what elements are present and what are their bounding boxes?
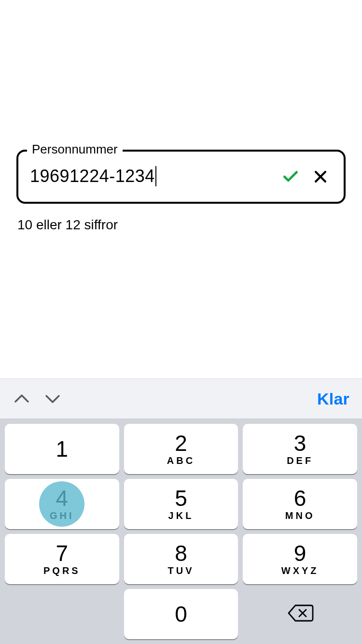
key-digit: 3 xyxy=(294,432,306,454)
key-4[interactable]: 4GHI xyxy=(5,479,119,529)
personnummer-field-wrap: Personnummer 19691224-1234 xyxy=(16,150,346,204)
key-digit: 7 xyxy=(56,542,69,564)
clear-input-button[interactable] xyxy=(309,165,332,188)
keyboard-accessory-bar: Klar xyxy=(0,378,362,419)
key-letters: DEF xyxy=(287,455,313,466)
key-letters: WXYZ xyxy=(281,565,319,576)
personnummer-input[interactable]: 19691224-1234 xyxy=(30,166,272,187)
keyboard-done-button[interactable]: Klar xyxy=(317,390,349,408)
numeric-keyboard: Klar 12ABC3DEF4GHI5JKL6MNO7PQRS8TUV9WXYZ… xyxy=(0,378,362,644)
key-5[interactable]: 5JKL xyxy=(124,479,238,529)
key-2[interactable]: 2ABC xyxy=(124,424,238,474)
input-value-text: 19691224-1234 xyxy=(30,166,155,186)
key-digit: 1 xyxy=(56,438,69,460)
text-cursor xyxy=(155,166,156,186)
key-blank xyxy=(5,589,119,639)
key-digit: 6 xyxy=(294,487,306,509)
key-digit: 9 xyxy=(294,542,306,564)
key-digit: 4 xyxy=(56,487,69,509)
next-field-button[interactable] xyxy=(43,390,62,408)
key-letters: PQRS xyxy=(43,565,81,576)
key-digit: 8 xyxy=(175,542,187,564)
key-6[interactable]: 6MNO xyxy=(243,479,357,529)
key-8[interactable]: 8TUV xyxy=(124,534,238,584)
key-letters: MNO xyxy=(285,510,315,521)
valid-checkmark-icon xyxy=(279,165,302,188)
key-0[interactable]: 0 xyxy=(124,589,238,639)
key-digit: 2 xyxy=(175,432,187,454)
key-3[interactable]: 3DEF xyxy=(243,424,357,474)
helper-text: 10 eller 12 siffror xyxy=(17,217,346,233)
field-label: Personnummer xyxy=(27,142,123,157)
key-digit: 5 xyxy=(175,487,187,509)
key-letters: JKL xyxy=(168,510,194,521)
key-1[interactable]: 1 xyxy=(5,424,119,474)
key-letters: TUV xyxy=(167,565,194,576)
backspace-icon xyxy=(287,603,314,625)
key-digit: 0 xyxy=(175,603,187,625)
key-letters: GHI xyxy=(50,510,74,521)
key-9[interactable]: 9WXYZ xyxy=(243,534,357,584)
prev-field-button[interactable] xyxy=(13,390,31,408)
key-letters: ABC xyxy=(167,455,195,466)
key-7[interactable]: 7PQRS xyxy=(5,534,119,584)
backspace-key[interactable] xyxy=(243,589,357,639)
personnummer-input-box[interactable]: 19691224-1234 xyxy=(16,150,346,204)
